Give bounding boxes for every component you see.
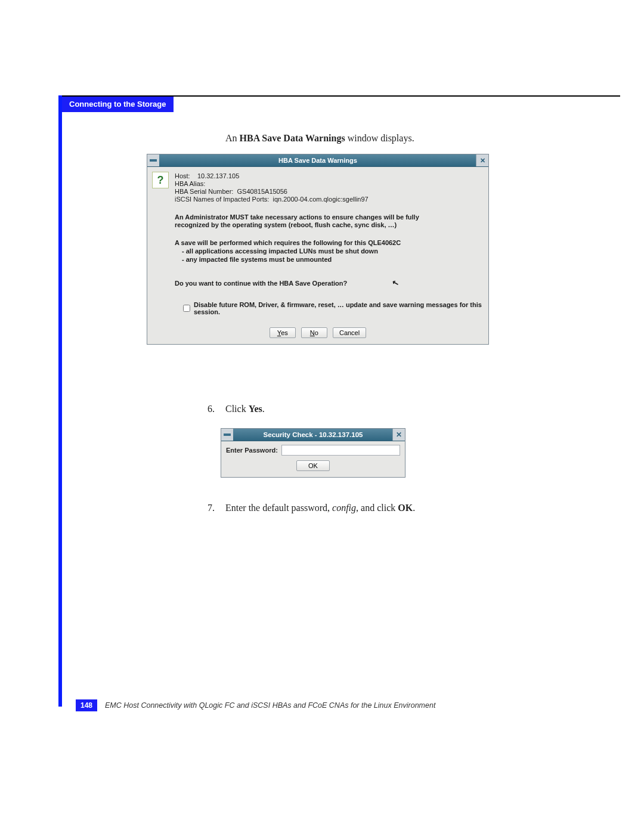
step6-prefix: Click [225,404,249,414]
ok-button[interactable]: OK [296,460,330,471]
dialog2-body: Enter Password: OK [221,441,405,477]
question-icon: ? [152,172,169,188]
hba-alias-line: HBA Alias: [175,180,482,187]
page-number: 148 [76,699,97,711]
save-sub1: - all applications accessing impacted LU… [182,247,482,255]
step7-block: 7. Enter the default password, config, a… [208,490,541,525]
dialog1-title: HBA Save Data Warnings [278,157,357,164]
footer-title: EMC Host Connectivity with QLogic FC and… [105,699,608,711]
intro-caption-suffix: window displays. [345,133,414,143]
left-spine [58,95,62,707]
admin-line2: recognized by the operating system (rebo… [175,221,482,228]
save-line1: A save will be performed which requires … [175,239,482,246]
no-text: o [315,329,318,336]
serial-line: HBA Serial Number: GS40815A15056 [175,188,482,195]
step7-number: 7. [208,500,223,516]
continue-question: Do you want to continue with the HBA Sav… [175,280,482,287]
dialog1-button-row: Yes No Cancel [147,327,488,344]
dialog1-body: ? Host: 10.32.137.105 HBA Alias: HBA Ser… [147,167,488,327]
svg-rect-1 [224,433,231,436]
iscsi-value: iqn.2000-04.com.qlogic:sgellin97 [273,196,368,203]
security-check-dialog: Security Check - 10.32.137.105 ✕ Enter P… [221,428,405,478]
intro-caption-bold: HBA Save Data Warnings [240,133,345,143]
cancel-button[interactable]: Cancel [333,327,366,338]
password-row: Enter Password: [226,445,400,456]
step7-italic: config [332,503,356,513]
cursor-icon: ↖ [391,278,400,288]
window-menu-icon[interactable] [147,154,159,166]
close-icon[interactable]: ✕ [392,429,405,441]
step7-suffix: . [413,503,415,513]
step7-prefix: Enter the default password, [225,503,332,513]
intro-caption-block: An HBA Save Data Warnings window display… [225,131,547,152]
continue-question-text: Do you want to continue with the HBA Sav… [175,280,347,287]
disable-warnings-row: Disable future ROM, Driver, & firmware, … [183,301,482,315]
step6-number: 6. [208,401,223,417]
step6-bold: Yes [249,404,262,414]
intro-caption-prefix: An [225,133,240,143]
host-label: Host: [175,172,190,179]
svg-rect-0 [150,159,157,162]
intro-caption: An HBA Save Data Warnings window display… [225,131,547,146]
section-tab: Connecting to the Storage [62,97,174,112]
password-input[interactable] [281,445,400,456]
disable-warnings-label: Disable future ROM, Driver, & firmware, … [194,301,482,315]
no-button[interactable]: No [301,327,327,338]
yes-text: es [281,329,288,336]
serial-label: HBA Serial Number: [175,188,233,195]
close-icon[interactable]: ✕ [476,154,488,166]
password-label: Enter Password: [226,447,278,454]
step6-suffix: . [262,404,265,414]
dialog2-button-row: OK [226,460,400,471]
dialog1-titlebar: HBA Save Data Warnings ✕ [147,154,488,167]
dialog2-title: Security Check - 10.32.137.105 [264,431,363,438]
step7-bold: OK [398,503,413,513]
iscsi-line: iSCSI Names of Impacted Ports: iqn.2000-… [175,196,482,203]
step7-mid: , and click [356,503,398,513]
serial-value: GS40815A15056 [237,188,287,195]
admin-line1: An Administrator MUST take necessary act… [175,213,482,221]
disable-warnings-checkbox[interactable] [183,305,190,312]
hba-alias-label: HBA Alias: [175,180,205,187]
hba-save-data-warnings-dialog: HBA Save Data Warnings ✕ ? Host: 10.32.1… [147,154,489,345]
step6-line: 6. Click Yes. [208,401,541,417]
yes-button[interactable]: Yes [270,327,296,338]
host-value: 10.32.137.105 [197,172,239,179]
iscsi-label: iSCSI Names of Impacted Ports: [175,196,269,203]
save-sub2: - any impacted file systems must be unmo… [182,256,482,263]
dialog1-message: Host: 10.32.137.105 HBA Alias: HBA Seria… [175,172,482,320]
host-line: Host: 10.32.137.105 [175,172,482,179]
window-menu-icon[interactable] [221,429,233,441]
dialog2-titlebar: Security Check - 10.32.137.105 ✕ [221,429,405,441]
document-page: Connecting to the Storage An HBA Save Da… [0,0,644,833]
step7-line: 7. Enter the default password, config, a… [208,500,541,516]
